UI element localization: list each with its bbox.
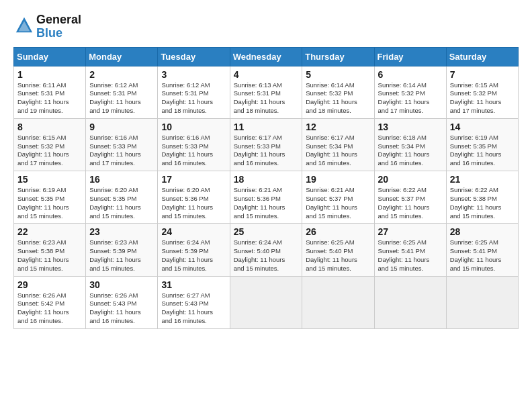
day-number: 30 xyxy=(89,279,154,290)
calendar-cell: 12Sunrise: 6:17 AM Sunset: 5:34 PM Dayli… xyxy=(302,118,374,171)
day-number: 16 xyxy=(89,174,154,185)
calendar-cell: 13Sunrise: 6:18 AM Sunset: 5:34 PM Dayli… xyxy=(374,118,446,171)
day-number: 10 xyxy=(161,122,226,132)
weekday-header-sunday: Sunday xyxy=(14,47,86,66)
calendar-cell: 10Sunrise: 6:16 AM Sunset: 5:33 PM Dayli… xyxy=(158,118,230,171)
calendar-cell: 26Sunrise: 6:25 AM Sunset: 5:40 PM Dayli… xyxy=(302,224,374,276)
day-number: 29 xyxy=(17,279,82,290)
day-info: Sunrise: 6:20 AM Sunset: 5:36 PM Dayligh… xyxy=(161,186,226,220)
day-number: 13 xyxy=(378,122,443,132)
calendar-cell: 20Sunrise: 6:22 AM Sunset: 5:37 PM Dayli… xyxy=(374,171,446,224)
day-info: Sunrise: 6:12 AM Sunset: 5:31 PM Dayligh… xyxy=(89,81,154,116)
day-info: Sunrise: 6:13 AM Sunset: 5:31 PM Dayligh… xyxy=(234,81,299,116)
day-info: Sunrise: 6:18 AM Sunset: 5:34 PM Dayligh… xyxy=(378,134,443,168)
day-info: Sunrise: 6:24 AM Sunset: 5:39 PM Dayligh… xyxy=(161,238,226,273)
calendar-cell: 8Sunrise: 6:15 AM Sunset: 5:32 PM Daylig… xyxy=(14,118,86,171)
page-header: General Blue xyxy=(13,13,519,40)
calendar-cell: 7Sunrise: 6:15 AM Sunset: 5:32 PM Daylig… xyxy=(446,66,518,118)
calendar-cell: 24Sunrise: 6:24 AM Sunset: 5:39 PM Dayli… xyxy=(158,224,230,276)
weekday-header-friday: Friday xyxy=(374,47,446,66)
day-number: 8 xyxy=(17,122,82,132)
day-number: 5 xyxy=(306,69,370,80)
day-number: 22 xyxy=(17,226,82,237)
calendar-cell: 6Sunrise: 6:14 AM Sunset: 5:32 PM Daylig… xyxy=(374,66,446,118)
day-info: Sunrise: 6:14 AM Sunset: 5:32 PM Dayligh… xyxy=(378,81,443,116)
weekday-header-monday: Monday xyxy=(86,47,158,66)
day-info: Sunrise: 6:12 AM Sunset: 5:31 PM Dayligh… xyxy=(161,81,226,116)
calendar-cell: 25Sunrise: 6:24 AM Sunset: 5:40 PM Dayli… xyxy=(230,224,302,276)
day-info: Sunrise: 6:23 AM Sunset: 5:39 PM Dayligh… xyxy=(89,238,154,273)
calendar-cell: 9Sunrise: 6:16 AM Sunset: 5:33 PM Daylig… xyxy=(86,118,158,171)
calendar-cell: 16Sunrise: 6:20 AM Sunset: 5:35 PM Dayli… xyxy=(86,171,158,224)
calendar-week-4: 22Sunrise: 6:23 AM Sunset: 5:38 PM Dayli… xyxy=(14,224,519,276)
calendar-cell: 21Sunrise: 6:22 AM Sunset: 5:38 PM Dayli… xyxy=(446,171,518,224)
logo-line1: General xyxy=(36,13,81,27)
calendar-cell: 15Sunrise: 6:19 AM Sunset: 5:35 PM Dayli… xyxy=(14,171,86,224)
calendar-cell xyxy=(374,276,446,328)
calendar-cell: 11Sunrise: 6:17 AM Sunset: 5:33 PM Dayli… xyxy=(230,118,302,171)
day-number: 31 xyxy=(161,279,226,290)
calendar-cell: 18Sunrise: 6:21 AM Sunset: 5:36 PM Dayli… xyxy=(230,171,302,224)
calendar-cell xyxy=(302,276,374,328)
calendar-cell: 31Sunrise: 6:27 AM Sunset: 5:43 PM Dayli… xyxy=(158,276,230,328)
calendar-table: SundayMondayTuesdayWednesdayThursdayFrid… xyxy=(13,47,519,329)
day-number: 7 xyxy=(450,69,515,80)
day-number: 3 xyxy=(161,69,226,80)
day-info: Sunrise: 6:11 AM Sunset: 5:31 PM Dayligh… xyxy=(17,81,82,116)
calendar-cell: 1Sunrise: 6:11 AM Sunset: 5:31 PM Daylig… xyxy=(14,66,86,118)
day-info: Sunrise: 6:21 AM Sunset: 5:37 PM Dayligh… xyxy=(306,186,370,220)
day-info: Sunrise: 6:24 AM Sunset: 5:40 PM Dayligh… xyxy=(234,238,299,273)
calendar-cell: 14Sunrise: 6:19 AM Sunset: 5:35 PM Dayli… xyxy=(446,118,518,171)
day-info: Sunrise: 6:15 AM Sunset: 5:32 PM Dayligh… xyxy=(17,134,82,168)
calendar-cell: 22Sunrise: 6:23 AM Sunset: 5:38 PM Dayli… xyxy=(14,224,86,276)
day-info: Sunrise: 6:23 AM Sunset: 5:38 PM Dayligh… xyxy=(17,238,82,273)
day-number: 4 xyxy=(234,69,299,80)
day-info: Sunrise: 6:27 AM Sunset: 5:43 PM Dayligh… xyxy=(161,291,226,326)
weekday-header-row: SundayMondayTuesdayWednesdayThursdayFrid… xyxy=(14,47,519,66)
day-info: Sunrise: 6:14 AM Sunset: 5:32 PM Dayligh… xyxy=(306,81,370,116)
calendar-cell: 27Sunrise: 6:25 AM Sunset: 5:41 PM Dayli… xyxy=(374,224,446,276)
day-number: 24 xyxy=(161,226,226,237)
day-info: Sunrise: 6:20 AM Sunset: 5:35 PM Dayligh… xyxy=(89,186,154,220)
calendar-cell: 5Sunrise: 6:14 AM Sunset: 5:32 PM Daylig… xyxy=(302,66,374,118)
day-number: 1 xyxy=(17,69,82,80)
day-info: Sunrise: 6:19 AM Sunset: 5:35 PM Dayligh… xyxy=(17,186,82,220)
day-number: 17 xyxy=(161,174,226,185)
weekday-header-saturday: Saturday xyxy=(446,47,518,66)
day-number: 18 xyxy=(234,174,299,185)
day-number: 21 xyxy=(450,174,515,185)
day-info: Sunrise: 6:22 AM Sunset: 5:37 PM Dayligh… xyxy=(378,186,443,220)
calendar-cell: 30Sunrise: 6:26 AM Sunset: 5:43 PM Dayli… xyxy=(86,276,158,328)
day-number: 11 xyxy=(234,122,299,132)
calendar-cell: 2Sunrise: 6:12 AM Sunset: 5:31 PM Daylig… xyxy=(86,66,158,118)
calendar-week-5: 29Sunrise: 6:26 AM Sunset: 5:42 PM Dayli… xyxy=(14,276,519,328)
calendar-cell: 29Sunrise: 6:26 AM Sunset: 5:42 PM Dayli… xyxy=(14,276,86,328)
day-number: 28 xyxy=(450,226,515,237)
day-number: 20 xyxy=(378,174,443,185)
calendar-cell xyxy=(446,276,518,328)
day-info: Sunrise: 6:19 AM Sunset: 5:35 PM Dayligh… xyxy=(450,134,515,168)
day-number: 14 xyxy=(450,122,515,132)
calendar-cell: 23Sunrise: 6:23 AM Sunset: 5:39 PM Dayli… xyxy=(86,224,158,276)
calendar-week-1: 1Sunrise: 6:11 AM Sunset: 5:31 PM Daylig… xyxy=(14,66,519,118)
day-info: Sunrise: 6:21 AM Sunset: 5:36 PM Dayligh… xyxy=(234,186,299,220)
day-number: 27 xyxy=(378,226,443,237)
logo: General Blue xyxy=(13,13,81,40)
logo-line2: Blue xyxy=(36,27,81,40)
weekday-header-thursday: Thursday xyxy=(302,47,374,66)
day-info: Sunrise: 6:16 AM Sunset: 5:33 PM Dayligh… xyxy=(89,134,154,168)
day-number: 25 xyxy=(234,226,299,237)
calendar-week-3: 15Sunrise: 6:19 AM Sunset: 5:35 PM Dayli… xyxy=(14,171,519,224)
calendar-cell xyxy=(230,276,302,328)
calendar-cell: 4Sunrise: 6:13 AM Sunset: 5:31 PM Daylig… xyxy=(230,66,302,118)
day-info: Sunrise: 6:17 AM Sunset: 5:33 PM Dayligh… xyxy=(234,134,299,168)
day-info: Sunrise: 6:25 AM Sunset: 5:40 PM Dayligh… xyxy=(306,238,370,273)
day-number: 19 xyxy=(306,174,370,185)
day-number: 6 xyxy=(378,69,443,80)
day-number: 15 xyxy=(17,174,82,185)
calendar-cell: 17Sunrise: 6:20 AM Sunset: 5:36 PM Dayli… xyxy=(158,171,230,224)
day-info: Sunrise: 6:15 AM Sunset: 5:32 PM Dayligh… xyxy=(450,81,515,116)
day-number: 23 xyxy=(89,226,154,237)
calendar-cell: 19Sunrise: 6:21 AM Sunset: 5:37 PM Dayli… xyxy=(302,171,374,224)
calendar-week-2: 8Sunrise: 6:15 AM Sunset: 5:32 PM Daylig… xyxy=(14,118,519,171)
